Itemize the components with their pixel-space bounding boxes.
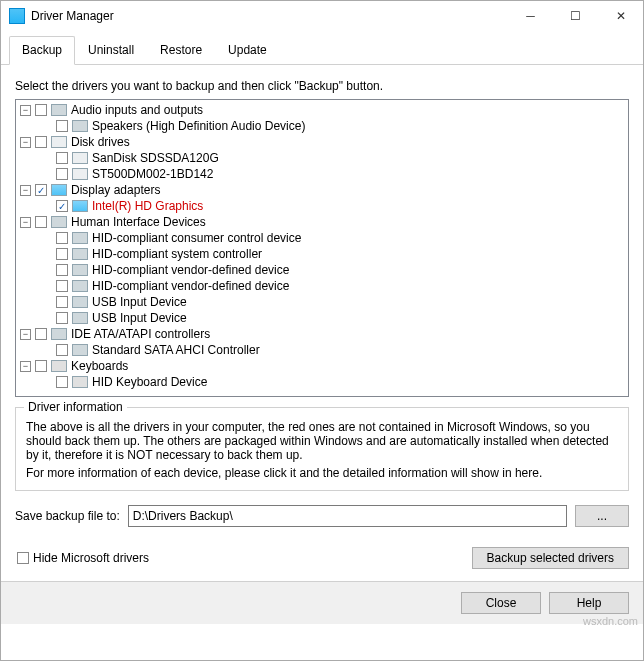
tree-item[interactable]: HID-compliant consumer control device xyxy=(16,230,628,246)
checkbox[interactable] xyxy=(56,312,68,324)
collapse-icon[interactable]: − xyxy=(20,329,31,340)
node-label: Intel(R) HD Graphics xyxy=(92,199,203,213)
maximize-button[interactable]: ☐ xyxy=(553,2,598,30)
checkbox[interactable] xyxy=(56,264,68,276)
tab-uninstall[interactable]: Uninstall xyxy=(75,36,147,65)
node-label: Display adapters xyxy=(71,183,160,197)
tree-node-display[interactable]: −✓Display adapters xyxy=(16,182,628,198)
checkbox[interactable] xyxy=(35,136,47,148)
tree-item[interactable]: HID Keyboard Device xyxy=(16,374,628,390)
node-label: IDE ATA/ATAPI controllers xyxy=(71,327,210,341)
tree-node-disk[interactable]: −Disk drives xyxy=(16,134,628,150)
save-label: Save backup file to: xyxy=(15,509,120,523)
checkbox[interactable] xyxy=(56,296,68,308)
info-paragraph-1: The above is all the drivers in your com… xyxy=(26,420,618,462)
gpu-icon xyxy=(72,200,88,212)
driver-tree[interactable]: −Audio inputs and outputs Speakers (High… xyxy=(15,99,629,397)
speaker-icon xyxy=(72,120,88,132)
node-label: HID-compliant vendor-defined device xyxy=(92,263,289,277)
device-icon xyxy=(72,248,88,260)
collapse-icon[interactable]: − xyxy=(20,137,31,148)
display-icon xyxy=(51,184,67,196)
controller-icon xyxy=(72,344,88,356)
collapse-icon[interactable]: − xyxy=(20,361,31,372)
tab-restore[interactable]: Restore xyxy=(147,36,215,65)
device-icon xyxy=(72,232,88,244)
close-button[interactable]: Close xyxy=(461,592,541,614)
checkbox[interactable] xyxy=(56,232,68,244)
save-path-input[interactable] xyxy=(128,505,567,527)
dialog-footer: Close Help xyxy=(1,581,643,624)
tree-item[interactable]: SanDisk SDSSDA120G xyxy=(16,150,628,166)
checkbox[interactable] xyxy=(35,328,47,340)
driver-info-box: Driver information The above is all the … xyxy=(15,407,629,491)
device-icon xyxy=(72,280,88,292)
collapse-icon[interactable]: − xyxy=(20,105,31,116)
tab-update[interactable]: Update xyxy=(215,36,280,65)
tree-node-hid[interactable]: −Human Interface Devices xyxy=(16,214,628,230)
disk-icon xyxy=(51,136,67,148)
tree-item[interactable]: ST500DM002-1BD142 xyxy=(16,166,628,182)
keyboard-icon xyxy=(72,376,88,388)
checkbox[interactable] xyxy=(56,168,68,180)
drive-icon xyxy=(72,168,88,180)
checkbox[interactable] xyxy=(35,360,47,372)
node-label: USB Input Device xyxy=(92,295,187,309)
checkbox[interactable]: ✓ xyxy=(56,200,68,212)
collapse-icon[interactable]: − xyxy=(20,185,31,196)
checkbox[interactable] xyxy=(35,216,47,228)
tree-item[interactable]: Standard SATA AHCI Controller xyxy=(16,342,628,358)
title-bar: Driver Manager ─ ☐ ✕ xyxy=(1,1,643,31)
tab-backup[interactable]: Backup xyxy=(9,36,75,65)
checkbox[interactable] xyxy=(56,280,68,292)
tree-node-audio[interactable]: −Audio inputs and outputs xyxy=(16,102,628,118)
tree-item[interactable]: HID-compliant vendor-defined device xyxy=(16,278,628,294)
device-icon xyxy=(72,264,88,276)
checkbox[interactable] xyxy=(56,344,68,356)
hide-ms-checkbox[interactable] xyxy=(17,552,29,564)
instruction-text: Select the drivers you want to backup an… xyxy=(15,79,629,93)
info-paragraph-2: For more information of each device, ple… xyxy=(26,466,618,480)
node-label: ST500DM002-1BD142 xyxy=(92,167,213,181)
tree-item[interactable]: USB Input Device xyxy=(16,294,628,310)
window-title: Driver Manager xyxy=(31,9,508,23)
watermark: wsxdn.com xyxy=(583,615,638,627)
hid-icon xyxy=(51,216,67,228)
checkbox[interactable] xyxy=(56,376,68,388)
node-label: HID Keyboard Device xyxy=(92,375,207,389)
collapse-icon[interactable]: − xyxy=(20,217,31,228)
node-label: HID-compliant vendor-defined device xyxy=(92,279,289,293)
tree-node-ide[interactable]: −IDE ATA/ATAPI controllers xyxy=(16,326,628,342)
audio-icon xyxy=(51,104,67,116)
node-label: USB Input Device xyxy=(92,311,187,325)
checkbox[interactable] xyxy=(35,104,47,116)
node-label: Audio inputs and outputs xyxy=(71,103,203,117)
node-label: Human Interface Devices xyxy=(71,215,206,229)
controller-icon xyxy=(51,328,67,340)
checkbox[interactable] xyxy=(56,248,68,260)
keyboard-icon xyxy=(51,360,67,372)
browse-button[interactable]: ... xyxy=(575,505,629,527)
tree-node-keyboards[interactable]: −Keyboards xyxy=(16,358,628,374)
tree-item[interactable]: ✓Intel(R) HD Graphics xyxy=(16,198,628,214)
minimize-button[interactable]: ─ xyxy=(508,2,553,30)
device-icon xyxy=(72,296,88,308)
tab-bar: Backup Uninstall Restore Update xyxy=(1,35,643,65)
tree-item[interactable]: HID-compliant system controller xyxy=(16,246,628,262)
node-label: HID-compliant consumer control device xyxy=(92,231,301,245)
node-label: SanDisk SDSSDA120G xyxy=(92,151,219,165)
backup-button[interactable]: Backup selected drivers xyxy=(472,547,629,569)
node-label: Keyboards xyxy=(71,359,128,373)
groupbox-legend: Driver information xyxy=(24,400,127,414)
checkbox[interactable] xyxy=(56,120,68,132)
checkbox[interactable] xyxy=(56,152,68,164)
device-icon xyxy=(72,312,88,324)
tree-item[interactable]: HID-compliant vendor-defined device xyxy=(16,262,628,278)
help-button[interactable]: Help xyxy=(549,592,629,614)
close-window-button[interactable]: ✕ xyxy=(598,2,643,30)
node-label: Standard SATA AHCI Controller xyxy=(92,343,260,357)
tree-item[interactable]: Speakers (High Definition Audio Device) xyxy=(16,118,628,134)
tree-item[interactable]: USB Input Device xyxy=(16,310,628,326)
node-label: Speakers (High Definition Audio Device) xyxy=(92,119,305,133)
checkbox[interactable]: ✓ xyxy=(35,184,47,196)
